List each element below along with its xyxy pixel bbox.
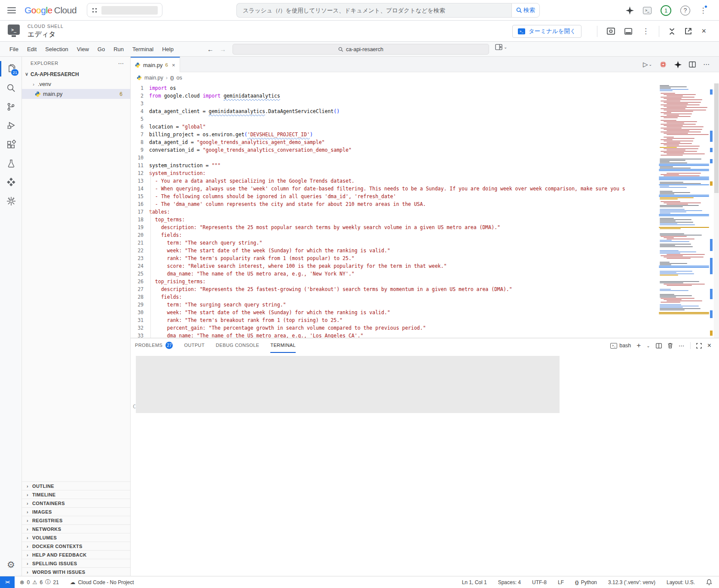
chevron-right-icon: › <box>166 75 168 81</box>
activity-gemini-code-assist[interactable] <box>0 192 22 211</box>
status-python[interactable]: {}Python <box>575 579 597 585</box>
activity-test-explorer[interactable] <box>0 154 22 173</box>
status-ln-1-col-1[interactable]: Ln 1, Col 1 <box>462 579 487 585</box>
breadcrumb-symbol[interactable]: os <box>177 75 182 81</box>
web-preview-button[interactable] <box>607 28 615 35</box>
status-3-12-3-venv-venv[interactable]: 3.12.3 ('.venv': venv) <box>608 579 655 585</box>
sidebar-section-timeline[interactable]: ›TIMELINE <box>22 490 130 499</box>
navigate-forward-button[interactable]: → <box>220 46 226 53</box>
activity-run-debug[interactable] <box>0 116 22 135</box>
menu-item-terminal[interactable]: Terminal <box>128 42 158 57</box>
close-panel-icon[interactable]: × <box>707 342 711 349</box>
sidebar-section-words-with-issues[interactable]: ›WORDS WITH ISSUES <box>22 567 130 576</box>
code-line-28: 28 fields: <box>131 293 659 301</box>
line-number: 10 <box>131 154 144 162</box>
minimap[interactable] <box>659 83 709 338</box>
terminal-dropdown-icon[interactable]: ⌄ <box>646 343 650 348</box>
global-search-input[interactable] <box>236 3 511 18</box>
code-editor[interactable]: 1import os2from google.cloud import gemi… <box>131 83 719 338</box>
activity-explorer[interactable]: 21 <box>0 59 22 78</box>
settings-gear-icon[interactable]: ⚙ <box>0 557 22 573</box>
command-center-search[interactable]: ca-api-resaerch <box>233 44 489 55</box>
terminal-viewport[interactable]: C <box>136 356 560 413</box>
activity-extensions[interactable] <box>0 135 22 154</box>
tree-item-venv[interactable]: › .venv <box>22 79 130 89</box>
status-layout-u-s[interactable]: Layout: U.S. <box>667 579 695 585</box>
braces-icon: {} <box>575 580 579 585</box>
chevron-right-icon: › <box>25 552 30 557</box>
activity-search[interactable] <box>0 78 22 97</box>
project-selector-button[interactable] <box>87 3 162 17</box>
menu-item-go[interactable]: Go <box>93 42 109 57</box>
remote-indicator[interactable]: >< <box>0 576 15 588</box>
gemini-icon[interactable] <box>626 6 634 15</box>
status-spaces-4[interactable]: Spaces: 4 <box>498 579 521 585</box>
navigate-back-button[interactable]: ← <box>207 46 214 53</box>
notifications-bell-icon[interactable] <box>706 579 712 585</box>
menu-item-file[interactable]: File <box>5 42 23 57</box>
split-terminal-icon[interactable] <box>656 343 662 349</box>
split-editor-icon[interactable] <box>689 61 696 68</box>
sidebar-section-containers[interactable]: ›CONTAINERS <box>22 499 130 507</box>
editor-layout-button[interactable]: ⌄ <box>495 44 507 50</box>
panel-more-icon[interactable]: ⋯ <box>679 342 685 349</box>
scrollbar-thumb[interactable] <box>714 83 719 193</box>
new-terminal-button[interactable]: + <box>636 341 641 350</box>
close-button[interactable]: × <box>701 27 706 36</box>
more-options-button[interactable]: ⋮ <box>699 6 707 15</box>
tree-root-folder[interactable]: ∨ CA-API-RESAERCH <box>22 69 130 79</box>
open-in-new-window-button[interactable] <box>685 28 692 35</box>
menu-item-view[interactable]: View <box>73 42 93 57</box>
sidebar-section-volumes[interactable]: ›VOLUMES <box>22 533 130 542</box>
sidebar-sections: ›OUTLINE›TIMELINE›CONTAINERS›IMAGES›REGI… <box>22 481 130 576</box>
sidebar-section-networks[interactable]: ›NETWORKS <box>22 524 130 533</box>
terminal-profile[interactable]: >_ bash <box>610 343 631 349</box>
open-terminal-button[interactable]: >_ ターミナルを開く <box>512 25 581 38</box>
toggle-panel-button[interactable] <box>624 28 632 35</box>
menu-item-run[interactable]: Run <box>109 42 128 57</box>
code-assist-starburst-icon[interactable] <box>659 61 667 68</box>
explorer-more-icon[interactable]: ⋯ <box>118 60 124 67</box>
line-number: 5 <box>131 115 144 123</box>
kill-terminal-trash-icon[interactable] <box>667 343 673 349</box>
sidebar-section-images[interactable]: ›IMAGES <box>22 507 130 516</box>
main-menu-icon[interactable] <box>7 7 16 13</box>
search-submit-button[interactable]: 検索 <box>511 3 540 18</box>
activity-source-control[interactable] <box>0 97 22 116</box>
tree-item-main-py[interactable]: main.py 6 <box>22 89 130 99</box>
editor-scrollbar[interactable] <box>714 83 719 338</box>
help-button[interactable]: ? <box>680 6 690 15</box>
tab-problems-badge: 6 <box>165 62 168 67</box>
run-file-button[interactable]: ▷⌄ <box>643 61 652 68</box>
sidebar-section-outline[interactable]: ›OUTLINE <box>22 481 130 490</box>
cloud-shell-activate-icon[interactable]: >_ <box>643 7 652 14</box>
status-utf-8[interactable]: UTF-8 <box>532 579 547 585</box>
sidebar-section-registries[interactable]: ›REGISTRIES <box>22 516 130 524</box>
tab-close-icon[interactable]: × <box>172 62 175 68</box>
panel-tab-output[interactable]: OUTPUT <box>184 338 205 353</box>
panel-tab-terminal[interactable]: TERMINAL <box>270 338 296 353</box>
activity-cloud-code[interactable] <box>0 173 22 192</box>
breadcrumb[interactable]: main.py › {} os <box>131 72 719 83</box>
maximize-panel-icon[interactable] <box>696 343 702 349</box>
shell-more-button[interactable]: ⋮ <box>642 27 649 36</box>
chevron-right-icon: › <box>25 561 30 566</box>
sidebar-section-docker-contexts[interactable]: ›DOCKER CONTEXTS <box>22 542 130 550</box>
collapse-button[interactable] <box>669 28 675 35</box>
panel-tab-problems[interactable]: PROBLEMS27 <box>135 338 173 353</box>
sidebar-section-spelling-issues[interactable]: ›SPELLING ISSUES <box>22 559 130 567</box>
menu-item-selection[interactable]: Selection <box>41 42 72 57</box>
panel-tab-debug-console[interactable]: DEBUG CONSOLE <box>216 338 259 353</box>
editor-more-icon[interactable]: ⋯ <box>703 61 710 68</box>
status-lf[interactable]: LF <box>558 579 564 585</box>
problems-status[interactable]: ⊗ 0 ⚠ 6 ⓘ 21 <box>20 579 59 586</box>
tab-main-py[interactable]: main.py 6 × <box>131 57 180 72</box>
code-line-22: 22 week: "The start date of the week (Su… <box>131 247 659 254</box>
breadcrumb-file[interactable]: main.py <box>144 75 163 81</box>
account-badge[interactable]: 1 <box>661 5 671 16</box>
menu-item-edit[interactable]: Edit <box>23 42 41 57</box>
sidebar-section-help-and-feedback[interactable]: ›HELP AND FEEDBACK <box>22 550 130 559</box>
menu-item-help[interactable]: Help <box>158 42 178 57</box>
cloud-code-status[interactable]: ☁ Cloud Code - No Project <box>70 579 134 585</box>
gemini-diamond-icon[interactable] <box>674 61 682 68</box>
